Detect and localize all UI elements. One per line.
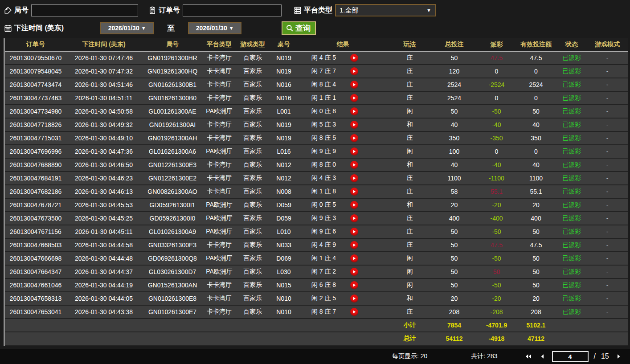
totals-valid-bet-cell: 5102.1 — [515, 319, 556, 332]
table-row: 2601300795480452026-01-30 07:47:32GN0192… — [5, 65, 628, 78]
play-video-button[interactable] — [350, 54, 358, 62]
total-count-label: 共计: — [471, 352, 485, 360]
date-from-picker[interactable]: 2026/01/30 ▼ — [100, 22, 154, 34]
result-cell: 闲 9 庄 3 — [297, 212, 389, 225]
game-mode-cell: - — [587, 91, 628, 105]
play-video-button[interactable] — [350, 254, 358, 262]
tag-icon — [4, 6, 12, 15]
totals-blank-cell — [5, 332, 389, 345]
result-text: 闲 0 庄 5 — [297, 201, 350, 209]
game-type-cell: 百家乐 — [235, 78, 270, 91]
total-row: 总计54112-491847112 — [5, 332, 628, 345]
play-video-button[interactable] — [350, 121, 358, 129]
game-mode-cell: - — [587, 131, 628, 145]
game-mode-cell: - — [587, 225, 628, 238]
result-text: 闲 7 庄 2 — [297, 268, 350, 276]
play-video-button[interactable] — [350, 94, 358, 102]
result-cell: 闲 4 庄 5 — [297, 51, 389, 65]
play-video-button[interactable] — [350, 308, 358, 316]
bet-type-cell: 和 — [389, 158, 431, 172]
order-cell: 260130047671156 — [5, 225, 66, 238]
game-type-cell: 百家乐 — [235, 158, 270, 172]
total-bet-cell: 20 — [431, 198, 478, 212]
play-video-button[interactable] — [350, 107, 358, 115]
play-video-button[interactable] — [350, 281, 358, 289]
table-row: 2601300477349802026-01-30 04:50:58GL0012… — [5, 105, 628, 118]
table-header-row: 订单号下注时间 (美东)局号平台类型游戏类型桌号结果玩法总投注派彩有效投注额状态… — [5, 38, 628, 51]
table-row: 2601300476821862026-01-30 04:46:13GN0082… — [5, 185, 628, 198]
first-page-button[interactable] — [524, 352, 533, 360]
bet-time-cell: 2026-01-30 04:44:48 — [66, 252, 141, 265]
column-header: 有效投注额 — [515, 38, 556, 51]
game-type-cell: 百家乐 — [235, 252, 270, 265]
payout-cell: -400 — [478, 212, 515, 225]
payout-cell: -350 — [478, 131, 515, 145]
result-cell: 闲 4 庄 3 — [297, 172, 389, 185]
play-video-button[interactable] — [350, 134, 358, 142]
totals-label-cell: 小计 — [389, 319, 431, 332]
game-mode-cell: - — [587, 105, 628, 118]
total-bet-cell: 350 — [431, 131, 478, 145]
total-bet-cell: 2524 — [431, 91, 478, 105]
valid-bet-cell: 400 — [515, 212, 556, 225]
table-number-cell: D069 — [270, 252, 297, 265]
table-row: 2601300476685032026-01-30 04:44:58GN0332… — [5, 238, 628, 252]
play-video-button[interactable] — [350, 241, 358, 249]
result-cell: 闲 7 庄 7 — [297, 65, 389, 78]
platform-cell: PA欧洲厅 — [204, 212, 235, 225]
play-video-button[interactable] — [350, 67, 358, 75]
bet-time-cell: 2026-01-30 04:51:11 — [66, 91, 141, 105]
totals-blank-cell — [556, 319, 628, 332]
round-cell: GD069261300Q8 — [141, 252, 204, 265]
game-type-cell: 百家乐 — [235, 105, 270, 118]
footer-bar: 每页显示: 20 共计: 283 / 15 — [0, 349, 630, 364]
play-video-button[interactable] — [350, 81, 358, 89]
order-number-input[interactable] — [183, 4, 282, 16]
platform-type-select[interactable]: 1.全部 ▼ — [335, 4, 436, 16]
order-cell: 260130047718826 — [5, 118, 66, 131]
result-text: 闲 4 庄 5 — [297, 54, 350, 62]
previous-page-button[interactable] — [538, 352, 548, 360]
platform-type-value: 1.全部 — [340, 6, 359, 15]
pagination: / 15 — [524, 351, 630, 362]
play-video-button[interactable] — [350, 294, 358, 303]
bet-type-cell: 庄 — [389, 91, 431, 105]
bet-time-cell: 2026-01-30 04:44:58 — [66, 238, 141, 252]
page-number-input[interactable] — [552, 351, 589, 362]
next-page-button[interactable] — [614, 352, 623, 360]
round-number-input[interactable] — [31, 4, 138, 16]
calendar-icon — [4, 24, 12, 33]
date-to-picker[interactable]: 2026/01/30 ▼ — [188, 22, 241, 34]
play-video-button[interactable] — [350, 147, 358, 155]
play-video-button[interactable] — [350, 188, 358, 196]
bet-time-cell: 2026-01-30 04:45:25 — [66, 212, 141, 225]
result-text: 闲 4 庄 9 — [297, 241, 350, 249]
valid-bet-cell: 208 — [515, 305, 556, 319]
bet-type-cell: 庄 — [389, 65, 431, 78]
result-cell: 闲 8 庄 0 — [297, 158, 389, 172]
play-video-button[interactable] — [350, 201, 358, 209]
totals-total-bet-cell: 7854 — [431, 319, 478, 332]
game-type-cell: 百家乐 — [235, 212, 270, 225]
play-video-button[interactable] — [350, 228, 358, 236]
status-cell: 已派彩 — [556, 105, 587, 118]
total-bet-cell: 100 — [431, 145, 478, 158]
total-count-text: 共计: 283 — [471, 352, 497, 360]
status-cell: 已派彩 — [556, 131, 587, 145]
play-video-button[interactable] — [350, 268, 358, 276]
play-video-button[interactable] — [350, 161, 358, 169]
payout-cell: -50 — [478, 105, 515, 118]
last-page-button[interactable] — [628, 352, 630, 360]
bet-type-cell: 和 — [389, 118, 431, 131]
order-cell: 260130079550670 — [5, 51, 66, 65]
play-video-button[interactable] — [350, 174, 358, 182]
totals-valid-bet-cell: 47112 — [515, 332, 556, 345]
result-cell: 闲 0 庄 5 — [297, 198, 389, 212]
game-mode-cell: - — [587, 238, 628, 252]
platform-cell: 卡卡湾厅 — [204, 65, 235, 78]
table-row: 2601300477150312026-01-30 04:49:10GN0192… — [5, 131, 628, 145]
play-video-button[interactable] — [350, 214, 358, 222]
payout-cell: -20 — [478, 292, 515, 305]
total-count-value: 283 — [487, 352, 497, 360]
query-button[interactable]: 查询 — [282, 21, 316, 35]
